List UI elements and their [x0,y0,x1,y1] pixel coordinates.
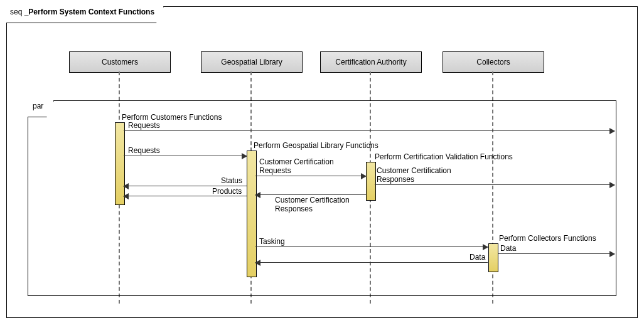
msg-tasking [255,246,488,247]
frame-prefix: seq [10,8,24,16]
msg-products [124,196,247,196]
lifeline-label: Geospatial Library [221,58,282,66]
msg-label: Customer Certification Requests [259,157,353,175]
msg-status [124,186,247,186]
lifeline-collectors: Collectors [443,51,544,73]
msg-label: Tasking [259,237,285,246]
msg-label: Data [500,244,516,253]
execution-collectors [488,243,498,272]
msg-label: Customer Certification Responses [275,196,369,213]
msg-cert-responses-back [255,194,366,195]
msg-label: Requests [128,121,160,130]
msg-cert-responses-out [375,184,614,185]
lifeline-label: Certification Authority [335,58,406,66]
msg-label: Status [221,176,242,185]
lifeline-customers: Customers [69,51,171,73]
execution-geolib [247,151,257,277]
msg-data-back [255,262,488,263]
lifeline-geolib: Geospatial Library [201,51,303,73]
exec-label-geolib: Perform Geospatial Library Functions [254,141,378,150]
exec-label-customers: Perform Customers Functions [122,113,222,122]
lifeline-certauth: Certification Authority [320,51,422,73]
msg-cert-requests [255,176,366,176]
msg-data-out [498,253,614,254]
frame-title: _Perform System Context Functions [24,8,154,16]
msg-requests-outbound [124,130,614,131]
exec-label-certauth: Perform Certification Validation Functio… [375,152,513,161]
exec-label-collectors: Perform Collectors Functions [499,234,596,243]
lifeline-label: Collectors [476,58,510,66]
msg-requests-to-geolib [124,156,247,156]
msg-label: Products [212,187,242,196]
sequence-diagram: seq _Perform System Context Functions Cu… [0,0,644,323]
lifeline-label: Customers [102,58,138,66]
msg-label: Data [470,253,485,262]
par-label: par [33,102,43,110]
diagram-frame-label: seq _Perform System Context Functions [6,6,164,23]
msg-label: Customer Certification Responses [377,166,477,184]
msg-label: Requests [128,146,160,155]
execution-certauth [366,162,376,201]
